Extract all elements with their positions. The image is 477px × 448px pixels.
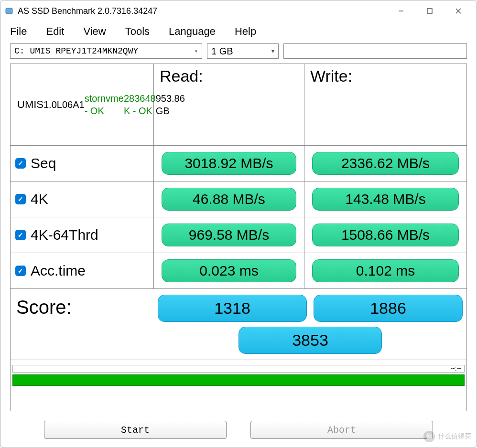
progress-area: --:-- [11,360,466,389]
drive-select[interactable]: C: UMIS RPEYJ1T24MKN2QWY ▾ [10,43,202,59]
4k-read-value: 46.88 MB/s [162,188,296,211]
device-driver-status: stornvme - OK [85,92,124,117]
4k64-write-value: 1508.66 MB/s [312,224,458,246]
window-title: AS SSD Benchmark 2.0.7316.34247 [18,6,387,16]
start-button[interactable]: Start [44,421,227,439]
close-button[interactable] [444,1,473,21]
results-grid: UMIS 1.0L06A1 stornvme - OK 283648 K - O… [10,64,467,411]
watermark-text: 什么值得买 [438,432,471,441]
app-window: AS SSD Benchmark 2.0.7316.34247 File Edi… [0,0,477,448]
maximize-button[interactable] [415,1,444,21]
4k64-label: 4K-64Thrd [31,227,98,243]
4k-checkbox[interactable]: ✓ [15,194,26,204]
device-firmware: 1.0L06A1 [43,98,85,111]
table-row: ✓ 4K 46.88 MB/s 143.48 MB/s [11,181,466,217]
menu-edit[interactable]: Edit [46,25,64,38]
seq-write-value: 2336.62 MB/s [312,152,458,175]
app-icon [4,6,14,16]
menu-help[interactable]: Help [235,25,256,38]
drive-select-value: C: UMIS RPEYJ1T24MKN2QWY [14,46,138,56]
device-name: UMIS [17,98,43,112]
device-info: UMIS 1.0L06A1 stornvme - OK 283648 K - O… [11,64,154,145]
seq-read-value: 3018.92 MB/s [162,152,296,175]
score-read: 1318 [158,295,307,322]
window-controls [387,1,473,21]
device-alignment-status: 283648 K - OK [124,92,156,117]
4k64-checkbox[interactable]: ✓ [15,230,26,240]
table-row: ✓ Acc.time 0.023 ms 0.102 ms [11,253,466,289]
menu-tools[interactable]: Tools [125,25,150,38]
svg-rect-0 [6,8,12,14]
timer-value: --:-- [450,364,461,372]
watermark: 值 什么值得买 [423,431,471,442]
menu-file[interactable]: File [10,25,27,38]
table-row: ✓ Seq 3018.92 MB/s 2336.62 MB/s [11,146,466,181]
selector-bar: C: UMIS RPEYJ1T24MKN2QWY ▾ 1 GB ▾ [0,42,477,64]
timer-bar: --:-- [12,365,465,373]
svg-rect-2 [427,9,432,13]
score-header: Score: [11,289,154,360]
size-select[interactable]: 1 GB ▾ [207,43,279,59]
acctime-read-value: 0.023 ms [162,259,296,282]
menu-language[interactable]: Language [169,25,216,38]
score-write: 1886 [314,295,463,322]
search-input[interactable] [283,43,467,59]
read-header: Read: [154,64,304,145]
watermark-icon: 值 [423,431,435,442]
minimize-button[interactable] [387,1,415,21]
titlebar: AS SSD Benchmark 2.0.7316.34247 [0,0,477,21]
menu-view[interactable]: View [83,25,106,38]
chevron-down-icon: ▾ [195,48,198,55]
acctime-write-value: 0.102 ms [312,259,458,282]
write-header: Write: [304,64,466,145]
size-select-value: 1 GB [211,46,233,57]
chevron-down-icon: ▾ [271,48,274,54]
menubar: File Edit View Tools Language Help [0,21,477,42]
4k64-read-value: 969.58 MB/s [162,224,296,246]
4k-label: 4K [31,191,48,207]
progress-bar [12,374,465,386]
abort-button[interactable]: Abort [250,421,433,439]
score-row: Score: 1318 1886 3853 [11,289,466,360]
acctime-label: Acc.time [31,263,86,279]
button-bar: Start Abort [0,416,477,448]
score-total: 3853 [238,327,382,354]
4k-write-value: 143.48 MB/s [312,188,458,211]
seq-checkbox[interactable]: ✓ [15,158,26,169]
table-row: ✓ 4K-64Thrd 969.58 MB/s 1508.66 MB/s [11,217,466,253]
seq-label: Seq [31,155,56,171]
acctime-checkbox[interactable]: ✓ [15,266,26,276]
